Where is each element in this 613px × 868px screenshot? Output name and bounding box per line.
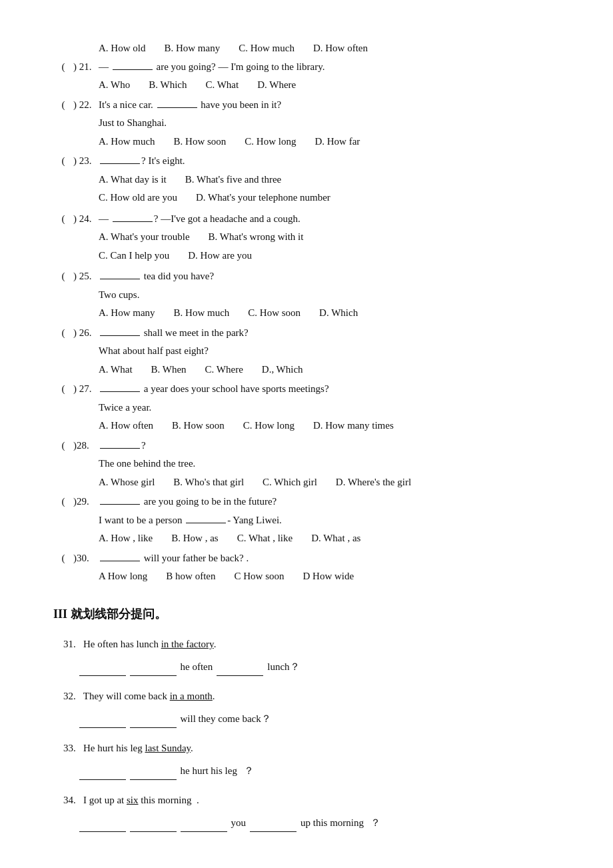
- q25-num: ) 25.: [73, 268, 99, 285]
- q24-options-row1: A. What's your trouble B. What's wrong w…: [99, 229, 560, 246]
- q29-num: )29.: [73, 493, 99, 511]
- q28-opt-d: D. Where's the girl: [336, 474, 411, 491]
- q26-opt-a: A. What: [99, 361, 133, 379]
- q28-options: A. Whose girl B. Who's that girl C. Whic…: [99, 474, 560, 491]
- q27-opt-c: C. How long: [243, 417, 295, 435]
- q29-opt-a: A. How , like: [99, 530, 153, 547]
- q23-text: ? It's eight.: [99, 153, 560, 170]
- q30-opt-c: C How soon: [235, 568, 285, 585]
- q25-opt-c: C. How soon: [248, 305, 301, 322]
- fill-34-blank4: [250, 815, 297, 833]
- q26-opt-c: C. Where: [205, 361, 243, 379]
- question-21: ( ) 21. — are you going? — I'm going to …: [53, 59, 560, 94]
- q21-paren: (: [53, 59, 73, 76]
- q27-text: a year does your school have sports meet…: [99, 381, 560, 398]
- q26-options: A. What B. When C. Where D., Which: [99, 361, 560, 379]
- q21-opt-b: B. Which: [149, 77, 187, 94]
- q29-sub: I want to be a person - Yang Liwei.: [99, 512, 560, 529]
- q27-paren: (: [53, 381, 73, 398]
- q26-num: ) 26.: [73, 325, 99, 342]
- q29-opt-d: D. What , as: [311, 530, 360, 547]
- q24-paren: (: [53, 211, 73, 228]
- q30-paren: (: [53, 550, 73, 567]
- q21-opt-c: C. What: [205, 77, 239, 94]
- q26-opt-d: D., Which: [262, 361, 303, 379]
- fill-33-blank2: [130, 763, 177, 781]
- question-22: ( ) 22. It's a nice car. have you been i…: [53, 97, 560, 151]
- question-30: ( )30. will your father be back? . A How…: [53, 550, 560, 585]
- q23-opt-b: B. What's five and three: [185, 171, 281, 189]
- fill-34-underline: six: [127, 795, 139, 805]
- q22-options: A. How much B. How soon C. How long D. H…: [99, 133, 560, 151]
- fill-32-answer: will they come back？: [60, 711, 560, 729]
- q27-num: ) 27.: [73, 381, 99, 398]
- q23-opt-d: D. What's your telephone number: [196, 189, 330, 207]
- q29-options: A. How , like B. How , as C. What , like…: [99, 530, 560, 547]
- q22-paren: (: [53, 97, 73, 114]
- q22-sub: Just to Shanghai.: [99, 115, 560, 132]
- question-29: ( )29. are you going to be in the future…: [53, 493, 560, 547]
- fill-33-text: 33. He hurt his leg last Sunday.: [53, 740, 560, 757]
- fill-problem-33: 33. He hurt his leg last Sunday. he hurt…: [53, 740, 560, 780]
- q26-sub: What about half past eight?: [99, 343, 560, 360]
- fill-problem-31: 31. He often has lunch in the factory. h…: [53, 636, 560, 676]
- q28-sub: The one behind the tree.: [99, 455, 560, 473]
- q22-opt-a: A. How much: [99, 133, 155, 151]
- q21-num: ) 21.: [73, 59, 99, 76]
- q22-text: It's a nice car. have you been in it?: [99, 97, 560, 114]
- fill-31-blank1: [79, 659, 126, 677]
- q25-sub: Two cups.: [99, 287, 560, 304]
- q26-opt-b: B. When: [151, 361, 187, 379]
- q20-opt-a: A. How old: [99, 40, 145, 57]
- q29-opt-b: B. How , as: [171, 530, 218, 547]
- q23-options-row1: A. What day is it B. What's five and thr…: [99, 171, 560, 189]
- q28-opt-b: B. Who's that girl: [173, 474, 244, 491]
- fill-34-text: 34. I got up at six this morning .: [53, 792, 560, 809]
- q29-text: are you going to be in the future?: [99, 493, 560, 511]
- fill-33-blank1: [79, 763, 126, 781]
- q28-paren: (: [53, 437, 73, 455]
- question-27: ( ) 27. a year does your school have spo…: [53, 381, 560, 435]
- q20-opt-b: B. How many: [164, 40, 220, 57]
- q22-opt-c: C. How long: [245, 133, 296, 151]
- q28-opt-c: C. Which girl: [263, 474, 317, 491]
- fill-34-blank1: [79, 815, 126, 833]
- q20-opt-d: D. How often: [313, 40, 368, 57]
- fill-31-blank2: [130, 659, 177, 677]
- q20-options: A. How old B. How many C. How much D. Ho…: [99, 40, 560, 57]
- fill-33-underline: last Sunday: [145, 743, 191, 753]
- question-23: ( ) 23. ? It's eight. A. What day is it …: [53, 153, 560, 207]
- question-25: ( ) 25. tea did you have? Two cups. A. H…: [53, 268, 560, 322]
- question-28: ( )28. ? The one behind the tree. A. Who…: [53, 437, 560, 491]
- q25-text: tea did you have?: [99, 268, 560, 285]
- question-26: ( ) 26. shall we meet in the park? What …: [53, 325, 560, 379]
- q24-options-row2: C. Can I help you D. How are you: [99, 247, 560, 265]
- fill-31-underline: in the factory: [161, 639, 214, 649]
- q27-sub: Twice a year.: [99, 399, 560, 417]
- q24-num: ) 24.: [73, 211, 99, 228]
- q29-paren: (: [53, 493, 73, 511]
- q22-num: ) 22.: [73, 97, 99, 114]
- fill-31-answer: he often lunch？: [60, 659, 560, 677]
- fill-34-word2: up this morning: [301, 815, 364, 832]
- q25-options: A. How many B. How much C. How soon D. W…: [99, 305, 560, 322]
- q22-opt-b: B. How soon: [174, 133, 227, 151]
- q25-opt-a: A. How many: [99, 305, 155, 322]
- q25-opt-b: B. How much: [174, 305, 230, 322]
- fill-33-word1: he hurt his leg: [181, 763, 237, 780]
- fill-34-word1: you: [231, 815, 247, 832]
- q24-opt-b: B. What's wrong with it: [209, 229, 304, 246]
- fill-31-word2: lunch？: [267, 659, 299, 676]
- q21-options: A. Who B. Which C. What D. Where: [99, 77, 560, 94]
- q26-text: shall we meet in the park?: [99, 325, 560, 342]
- q27-opt-a: A. How often: [99, 417, 153, 435]
- q22-opt-d: D. How far: [314, 133, 360, 151]
- section3-title: III 就划线部分提问。: [53, 604, 560, 625]
- question-24: ( ) 24. — ? —I've got a headache and a c…: [53, 211, 560, 265]
- q30-opt-b: B how often: [166, 568, 215, 585]
- fill-problem-32: 32. They will come back in a month. will…: [53, 688, 560, 728]
- fill-33-word2: ？: [241, 763, 254, 780]
- fill-33-answer: he hurt his leg ？: [60, 763, 560, 781]
- fill-34-blank2: [130, 815, 177, 833]
- q30-num: )30.: [73, 550, 99, 567]
